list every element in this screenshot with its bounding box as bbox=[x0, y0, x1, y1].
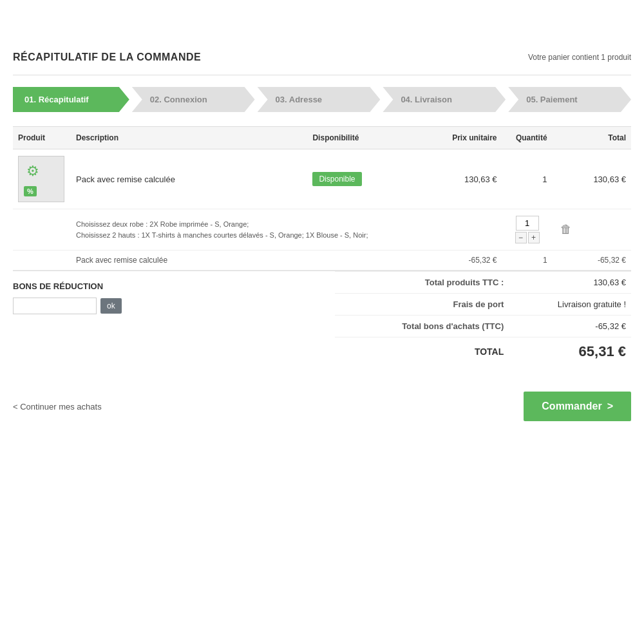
total-final-value: 65,31 € bbox=[509, 337, 631, 366]
step-5-label: 05. Paiement bbox=[526, 95, 578, 104]
qty-decrease-button[interactable]: − bbox=[515, 232, 527, 243]
vouchers-row: Total bons d'achats (TTC) -65,32 € bbox=[335, 316, 631, 337]
discount-price-cell: -65,32 € bbox=[436, 251, 502, 270]
page-header: RÉCAPITULATIF DE LA COMMANDE Votre panie… bbox=[13, 52, 631, 63]
th-action bbox=[553, 127, 580, 149]
quantity-input[interactable] bbox=[516, 216, 539, 231]
product-image: ⚙ % bbox=[18, 156, 64, 202]
sub-desc-line1: Choisissez deux robe : 2X Robe imprimée … bbox=[76, 220, 249, 228]
discount-qty-cell: 1 bbox=[502, 251, 553, 270]
th-description: Description bbox=[71, 127, 307, 149]
qty-buttons: − + bbox=[515, 232, 540, 243]
table-header-row: Produit Description Disponibilité Prix u… bbox=[13, 127, 631, 149]
voucher-input[interactable] bbox=[13, 298, 97, 314]
th-product: Produit bbox=[13, 127, 71, 149]
bons-reduction-section: BONS DE RÉDUCTION ok bbox=[13, 271, 335, 366]
step-4[interactable]: 04. Livraison bbox=[383, 87, 506, 112]
sub-desc-spacer1 bbox=[436, 209, 502, 251]
page-title: RÉCAPITULATIF DE LA COMMANDE bbox=[13, 52, 201, 63]
th-unit-price: Prix unitaire bbox=[436, 127, 502, 149]
th-quantity: Quantité bbox=[502, 127, 553, 149]
total-products-value: 130,63 € bbox=[509, 272, 631, 294]
quantity-cell: 1 bbox=[502, 149, 553, 209]
shipping-row: Frais de port Livraison gratuite ! bbox=[335, 294, 631, 316]
product-name: Pack avec remise calculée bbox=[76, 175, 175, 184]
availability-badge: Disponible bbox=[312, 172, 361, 186]
product-name-cell: Pack avec remise calculée bbox=[71, 149, 307, 209]
discount-spacer bbox=[553, 251, 580, 270]
action-cell-main bbox=[553, 149, 580, 209]
cart-table: Produit Description Disponibilité Prix u… bbox=[13, 126, 631, 270]
vouchers-value: -65,32 € bbox=[509, 316, 631, 337]
commander-arrow: > bbox=[607, 401, 613, 412]
discount-name-cell: Pack avec remise calculée bbox=[71, 251, 436, 270]
bons-title: BONS DE RÉDUCTION bbox=[13, 281, 335, 291]
discount-row: Pack avec remise calculée -65,32 € 1 -65… bbox=[13, 251, 631, 270]
product-image-cell: ⚙ % bbox=[13, 149, 71, 209]
sub-desc-delete: 🗑 bbox=[553, 209, 580, 251]
total-products-row: Total produits TTC : 130,63 € bbox=[335, 272, 631, 294]
delete-product-button[interactable]: 🗑 bbox=[558, 220, 574, 239]
total-final-row: TOTAL 65,31 € bbox=[335, 337, 631, 366]
sub-desc-line2: Choisissez 2 hauts : 1X T-shirts à manch… bbox=[76, 231, 368, 239]
th-availability: Disponibilité bbox=[307, 127, 435, 149]
commander-button[interactable]: Commander > bbox=[524, 392, 631, 421]
commander-label: Commander bbox=[542, 401, 601, 412]
voucher-submit-button[interactable]: ok bbox=[100, 298, 122, 314]
qty-increase-button[interactable]: + bbox=[528, 232, 540, 243]
sub-desc-img bbox=[13, 209, 71, 251]
gear-icon: ⚙ bbox=[26, 163, 39, 180]
totals-section: Total produits TTC : 130,63 € Frais de p… bbox=[335, 271, 631, 366]
sub-desc-text: Choisissez deux robe : 2X Robe imprimée … bbox=[76, 219, 431, 240]
step-3-label: 03. Adresse bbox=[276, 95, 323, 104]
bottom-section: BONS DE RÉDUCTION ok Total produits TTC … bbox=[13, 271, 631, 366]
quantity-value: 1 bbox=[542, 175, 547, 184]
step-4-label: 04. Livraison bbox=[401, 95, 451, 104]
footer-actions: < Continuer mes achats Commander > bbox=[13, 385, 631, 421]
availability-cell: Disponible bbox=[307, 149, 435, 209]
steps-bar: 01. Récapitulatif 02. Connexion 03. Adre… bbox=[13, 87, 631, 112]
total-cell-main: 130,63 € bbox=[580, 149, 631, 209]
qty-stepper: − + bbox=[507, 216, 547, 243]
voucher-form: ok bbox=[13, 298, 335, 314]
step-2[interactable]: 02. Connexion bbox=[132, 87, 255, 112]
sub-desc-spacer2 bbox=[580, 209, 631, 251]
sub-desc-qty: − + bbox=[502, 209, 553, 251]
page-wrapper: RÉCAPITULATIF DE LA COMMANDE Votre panie… bbox=[0, 0, 644, 447]
shipping-value: Livraison gratuite ! bbox=[509, 294, 631, 316]
header-divider bbox=[13, 75, 631, 75]
step-5[interactable]: 05. Paiement bbox=[508, 87, 631, 112]
step-3[interactable]: 03. Adresse bbox=[258, 87, 381, 112]
product-main-row: ⚙ % Pack avec remise calculée Disponible… bbox=[13, 149, 631, 209]
totals-table: Total produits TTC : 130,63 € Frais de p… bbox=[335, 271, 631, 366]
unit-price-cell: 130,63 € bbox=[436, 149, 502, 209]
vouchers-label: Total bons d'achats (TTC) bbox=[335, 316, 509, 337]
step-1-label: 01. Récapitulatif bbox=[24, 95, 89, 104]
cart-info: Votre panier contient 1 produit bbox=[528, 53, 631, 62]
total-products-label: Total produits TTC : bbox=[335, 272, 509, 294]
continue-link[interactable]: < Continuer mes achats bbox=[13, 402, 102, 412]
total-final-label: TOTAL bbox=[335, 337, 509, 366]
sub-description-row: Choisissez deux robe : 2X Robe imprimée … bbox=[13, 209, 631, 251]
percent-badge: % bbox=[24, 186, 37, 196]
step-2-label: 02. Connexion bbox=[150, 95, 207, 104]
discount-total-cell: -65,32 € bbox=[580, 251, 631, 270]
sub-description-cell: Choisissez deux robe : 2X Robe imprimée … bbox=[71, 209, 436, 251]
th-total: Total bbox=[580, 127, 631, 149]
shipping-label: Frais de port bbox=[335, 294, 509, 316]
step-1[interactable]: 01. Récapitulatif bbox=[13, 87, 129, 112]
discount-empty bbox=[13, 251, 71, 270]
